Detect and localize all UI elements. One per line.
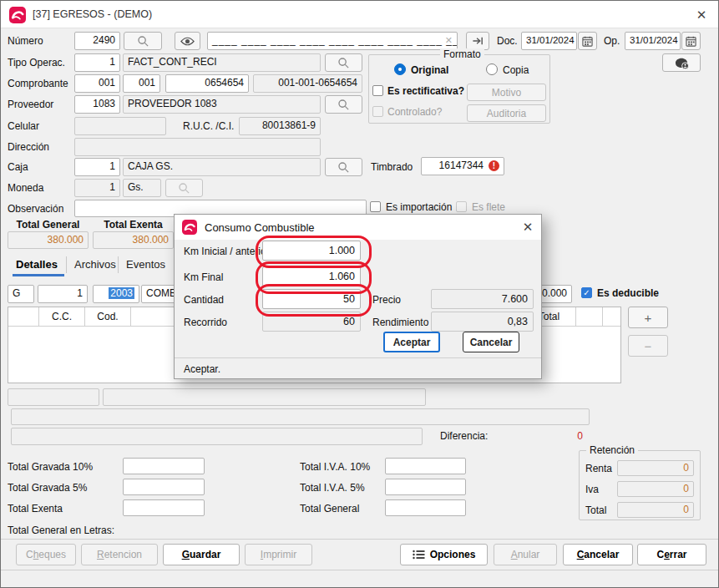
preview-button[interactable] [175,32,200,50]
cantidad-field[interactable]: 50 [262,289,361,309]
tab-divider [66,256,67,273]
arrow-to-bar-icon [472,36,484,46]
tipo-operac-code-field[interactable]: 1 [74,53,120,72]
caja-search-button[interactable] [325,158,362,176]
clear-icon[interactable]: ✕ [445,33,453,48]
window-close-button[interactable]: ✕ [692,7,711,23]
caja-code-field[interactable]: 1 [74,158,120,176]
dialog-cancelar-button[interactable]: Cancelar [463,332,519,352]
guardar-button[interactable]: Guardar [163,544,240,565]
dialog-close-button[interactable]: ✕ [519,219,537,236]
eye-icon [180,37,195,46]
total-general-label: Total General [300,503,359,514]
detail-codigo-field[interactable]: 2003 [93,285,139,303]
user-logo-button[interactable] [662,53,701,72]
km-final-field[interactable]: 1.060 [262,266,361,286]
rendimiento-label: Rendimiento [372,317,428,328]
aux-field-3 [11,428,423,445]
es-importacion-label: Es importación [386,201,452,213]
grid-header-blank [576,307,603,326]
alert-icon: ! [489,160,499,171]
total-iva5-label: Total I.V.A. 5% [300,482,365,494]
dialog-status-text: Aceptar. [184,363,220,375]
km-inicial-field[interactable]: 1.000 [262,241,361,261]
proveedor-label: Proveedor [8,99,53,110]
total-general-top-label: Total General [8,219,89,231]
controlado-checkbox [372,106,383,117]
total-exenta-field [123,499,205,516]
aux-field-2 [103,388,426,406]
direccion-field [74,138,321,156]
tipo-operac-search-button[interactable] [325,53,362,72]
rectificativa-label: Es rectificativa? [387,85,464,97]
add-row-button[interactable]: + [628,307,668,328]
retencion-renta-field: 0 [617,460,694,476]
detail-cantidad-field[interactable]: 1 [38,285,88,303]
formato-original-radio[interactable] [394,63,406,75]
proveedor-name-field: PROVEEDOR 1083 [123,95,321,114]
comprobante-field-3[interactable]: 0654654 [165,74,249,93]
total-gravada10-field [123,458,205,474]
tab-eventos[interactable]: Eventos [126,258,165,271]
total-exenta-top-label: Total Exenta [93,219,174,231]
retencion-renta-label: Renta [585,463,612,474]
direccion-label: Dirección [8,141,49,153]
op-date-field[interactable]: 31/01/2024 [625,32,681,50]
detail-tipo-field[interactable]: G [8,285,34,303]
numero-field[interactable]: 2490 [74,32,120,50]
retencion-iva-field: 0 [617,481,694,497]
tab-divider [118,256,119,273]
opciones-button[interactable]: Opciones [400,544,488,565]
doc-calendar-button[interactable] [578,32,597,50]
comprobante-field-2[interactable]: 001 [123,74,160,93]
motivo-button: Motivo [467,84,546,101]
formato-original-label: Original [411,64,448,76]
timbrado-value: 16147344 [439,158,484,174]
celular-field [74,117,166,135]
es-deducible-label: Es deducible [597,287,659,299]
dialog-status-divider [175,357,541,358]
comprobante-field-1[interactable]: 001 [74,74,120,93]
go-button[interactable] [466,32,489,50]
proveedor-search-button[interactable] [325,95,362,114]
numero-label: Número [8,35,43,47]
rectificativa-checkbox[interactable] [372,85,383,96]
total-general-field [385,499,466,516]
retencion-legend: Retención [586,444,638,456]
timbrado-field[interactable]: 16147344 ! [421,157,504,175]
tab-detalles[interactable]: Detalles [16,258,58,271]
recorrido-label: Recorrido [184,317,227,328]
cancelar-button[interactable]: Cancelar [563,544,633,565]
aux-field-1 [8,388,99,406]
consumo-combustible-dialog: Consumo Combustible ✕ Km Inicial / anter… [174,214,542,379]
status-bar-divider [1,570,718,570]
proveedor-code-field[interactable]: 1083 [74,95,120,114]
total-gravada10-label: Total Gravada 10% [8,461,93,473]
km-inicial-label: Km Inicial / anterior [184,246,270,257]
retencion-iva-label: Iva [585,484,599,495]
opciones-button-label: Opciones [430,549,476,560]
egresos-window: [37] EGRESOS - (DEMO) ✕ Número 2490 ____… [0,0,719,588]
comprobante-label: Comprobante [8,78,68,89]
tipo-operac-desc-field: FACT_CONT_RECI [123,53,321,72]
dialog-title: Consumo Combustible [205,221,315,234]
comprobante-full-field: 001-001-0654654 [253,74,362,93]
caja-name-field: CAJA GS. [123,158,321,176]
app-logo-icon [9,7,26,23]
dialog-aceptar-button[interactable]: Aceptar [383,332,440,352]
op-calendar-button[interactable] [681,32,701,50]
cerrar-button[interactable]: Cerrar [637,544,706,565]
es-deducible-checkbox[interactable]: ✓ [581,287,592,298]
moneda-search-button [165,179,203,197]
formato-copia-radio[interactable] [486,63,498,75]
moneda-code-field: 1 [74,179,120,197]
doc-date-field[interactable]: 31/01/2024 [521,32,577,50]
tab-archivos[interactable]: Archivos [74,258,116,271]
es-importacion-checkbox[interactable] [370,201,381,212]
observacion-label: Observación [8,203,63,215]
masked-code-field[interactable]: ____ ____ ____ ____ ____ ____ ____ ____ … [207,32,458,50]
cheques-button: Cheques [16,544,76,565]
numero-search-button[interactable] [124,32,162,50]
search-icon [337,99,350,111]
total-exenta-label: Total Exenta [8,503,63,514]
